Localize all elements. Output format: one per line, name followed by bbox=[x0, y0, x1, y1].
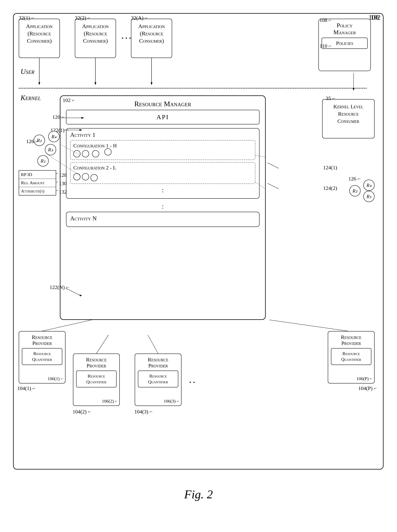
rp-inner-104-1: ResourceQuantifier bbox=[22, 348, 62, 365]
ref-124-1: 124(1) bbox=[323, 165, 337, 171]
circle-4 bbox=[104, 148, 112, 155]
circle-6 bbox=[82, 173, 89, 180]
rp-title-104-3: ResourceProvider bbox=[138, 357, 178, 369]
ref-106-3: 106(3) ⌐ bbox=[163, 399, 179, 404]
kernel-label: Kernel bbox=[21, 93, 41, 102]
rp-title-104-2: ResourceProvider bbox=[76, 357, 117, 369]
rp-box-104-3: ResourceProvider ResourceQuantifier 106(… bbox=[135, 353, 181, 406]
resource-manager-title: Resource Manager bbox=[60, 100, 265, 108]
ref-104-1: 104(1) ⌐ bbox=[17, 385, 35, 391]
api-text: API bbox=[157, 114, 169, 120]
user-label: User bbox=[21, 67, 34, 76]
attribute-row: Attribute(s) bbox=[19, 187, 56, 195]
ref-108: 108 ⌐ bbox=[319, 17, 332, 23]
policy-manager-title: PolicyManager bbox=[322, 22, 368, 36]
ref-106-1: 106(1) ⌐ bbox=[48, 376, 63, 381]
app-box-a-text: Application (Resource Consumer) bbox=[133, 22, 170, 44]
ref-35: 35 ⌐ bbox=[326, 95, 335, 101]
config-2-box: Configuration 2 - L bbox=[70, 162, 255, 184]
activity-n-box: Activity N bbox=[66, 212, 260, 227]
rp-rq-text-104-3: ResourceQuantifier bbox=[140, 373, 176, 385]
rp-inner-104-2: ResourceQuantifier bbox=[76, 371, 117, 387]
circle-1 bbox=[73, 150, 81, 157]
activity-1-title: Activity 1 bbox=[70, 131, 255, 138]
ref-130: 130 bbox=[59, 180, 67, 186]
klrc-box: Kernel LevelResourceConsumer bbox=[322, 99, 375, 138]
rp-box-104-2: ResourceProvider ResourceQuantifier 106(… bbox=[73, 353, 120, 406]
ref-122-n: 122(N) ⌐ bbox=[50, 284, 69, 290]
resource-circle-r2-right: R₂ bbox=[349, 185, 360, 196]
ref-104-2: 104(2) ⌐ bbox=[73, 409, 91, 415]
circle-2 bbox=[82, 150, 89, 157]
figure-label: Fig. 2 bbox=[184, 488, 213, 501]
activity-1-box: Activity 1 Configuration 1 - H Configura… bbox=[66, 128, 260, 199]
ref-132: 132 bbox=[59, 189, 67, 195]
rp-id-row: RP ID bbox=[19, 171, 56, 179]
ref-128: 128 bbox=[59, 172, 67, 178]
ref-126-left: 126 ⌐ bbox=[26, 138, 38, 144]
rp-rq-text-104-2: ResourceQuantifier bbox=[78, 373, 115, 385]
ref-110: 110 ⌐ bbox=[320, 43, 332, 49]
ref-126-right: 126 ⌐ bbox=[348, 176, 360, 182]
app-box-1-text: Application (Resource Consumer) bbox=[21, 22, 58, 44]
rp-title-104-1: ResourceProvider bbox=[22, 334, 62, 346]
app-box-1: Application (Resource Consumer) bbox=[19, 19, 60, 58]
ref-104-p: 104(P) ⌐ bbox=[358, 385, 377, 391]
ellipsis-apps: . . . bbox=[122, 32, 131, 41]
ellipsis-rp: . . bbox=[189, 376, 195, 385]
rp-rq-text-104-1: ResourceQuantifier bbox=[24, 351, 60, 362]
ref-32-1: 32(1) ⌐ bbox=[19, 15, 34, 21]
circle-3 bbox=[92, 150, 99, 157]
config-1-box: Configuration 1 - H bbox=[70, 140, 255, 160]
app-box-2-text: Application (Resource Consumer) bbox=[77, 22, 114, 44]
config-2-circles bbox=[73, 172, 252, 181]
config-2-title: Configuration 2 - L bbox=[73, 165, 252, 171]
resource-circle-r1-left: R₁ bbox=[37, 155, 49, 167]
api-box: API bbox=[66, 110, 260, 124]
rp-box-104-1: ResourceProvider ResourceQuantifier 106(… bbox=[19, 331, 65, 384]
ref-120: 120 ⌐ bbox=[52, 114, 65, 120]
ref-106-p: 106(P) ⌐ bbox=[356, 376, 372, 381]
ref-102: 102 ⌐ bbox=[63, 97, 75, 103]
colon-dots-1: : bbox=[70, 186, 255, 194]
config-1-circles bbox=[73, 150, 252, 157]
rp-title-104-p: ResourceProvider bbox=[331, 334, 371, 346]
config-1-title: Configuration 1 - H bbox=[73, 143, 252, 149]
resource-manager-box: Resource Manager API Activity 1 Configur… bbox=[60, 95, 266, 320]
ref-32-a: 32(A) ⌐ bbox=[131, 15, 148, 21]
info-table: RP ID Res. Amount Attribute(s) bbox=[19, 170, 56, 196]
app-box-a: Application (Resource Consumer) bbox=[131, 19, 172, 58]
colon-dots-2: : bbox=[60, 202, 265, 210]
circle-5 bbox=[73, 173, 81, 180]
resource-circle-r4-left: R₄ bbox=[48, 131, 60, 142]
res-amount-row: Res. Amount bbox=[19, 179, 56, 187]
resource-circle-r3-left: R₃ bbox=[45, 144, 56, 155]
resource-circle-r4-right: R₄ bbox=[363, 179, 375, 191]
rp-inner-104-3: ResourceQuantifier bbox=[138, 371, 178, 387]
ref-124-2: 124(2) bbox=[323, 185, 337, 191]
app-box-2: Application (Resource Consumer) bbox=[75, 19, 116, 58]
rp-inner-104-p: ResourceQuantifier bbox=[331, 348, 371, 365]
ref-104-3: 104(3) ⌐ bbox=[134, 409, 152, 415]
activity-n-title: Activity N bbox=[70, 215, 255, 222]
resource-circle-r5-right: R₅ bbox=[363, 191, 375, 202]
user-kernel-divider bbox=[19, 88, 367, 88]
ref-32-2: 32(2) ⌐ bbox=[75, 15, 90, 21]
rp-rq-text-104-p: ResourceQuantifier bbox=[333, 351, 370, 362]
rp-box-104-p: ResourceProvider ResourceQuantifier 106(… bbox=[328, 331, 375, 384]
circle-7 bbox=[91, 174, 98, 181]
klrc-text: Kernel LevelResourceConsumer bbox=[324, 103, 372, 125]
ref-106-2: 106(2) ⌐ bbox=[102, 399, 118, 404]
